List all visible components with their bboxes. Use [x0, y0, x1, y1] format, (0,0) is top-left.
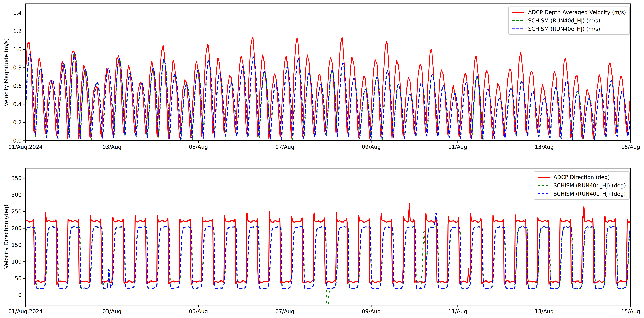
x-tick-label: 13/Aug — [534, 308, 554, 314]
legend-swatch — [537, 185, 550, 186]
legend-velocity-direction: ADCP Direction (deg) SCHISM (RUN40d_HJ) … — [534, 172, 630, 200]
x-tick-label: 11/Aug — [448, 308, 467, 314]
legend-label: ADCP Direction (deg) — [554, 174, 610, 180]
series-line-schism-run40e-direction — [26, 213, 630, 290]
y-tick-label: 1.2 — [13, 28, 22, 34]
x-tick-label: 05/Aug — [189, 144, 208, 150]
legend-swatch — [512, 28, 524, 30]
y-tick-label: 1.4 — [13, 10, 22, 16]
legend-item-adcp-direction: ADCP Direction (deg) — [537, 173, 626, 181]
legend-swatch — [512, 20, 524, 21]
series-line-schism-run40d-direction — [26, 227, 630, 304]
y-axis-label: Velocity Direction (deg) — [3, 205, 9, 269]
y-tick-label: 0.2 — [13, 119, 22, 126]
y-tick-label: 300 — [12, 192, 22, 198]
y-tick-label: 0.6 — [13, 83, 22, 89]
y-tick-label: 0 — [18, 292, 22, 298]
x-tick-label: 09/Aug — [362, 144, 381, 150]
x-tick-label: 07/Aug — [275, 308, 294, 314]
y-tick-label: 0.8 — [13, 65, 22, 71]
x-tick-label: 07/Aug — [275, 144, 294, 150]
legend-label: SCHISM (RUN40d_HJ) (m/s) — [528, 18, 600, 24]
x-tick-label: 05/Aug — [189, 308, 208, 314]
legend-item-run40d-velocity: SCHISM (RUN40d_HJ) (m/s) — [512, 17, 626, 25]
legend-swatch — [512, 12, 524, 13]
y-axis-label: Velocity Magnitude (m/s) — [3, 38, 9, 106]
legend-label: SCHISM (RUN40d_HJ) (deg) — [554, 182, 626, 189]
legend-item-run40e-direction: SCHISM (RUN40e_HJ) (deg) — [537, 190, 626, 198]
x-tick-label: 01/Aug,2024 — [8, 308, 42, 314]
x-tick-label: 01/Aug,2024 — [8, 144, 42, 150]
legend-swatch — [537, 176, 550, 178]
y-tick-label: 150 — [12, 242, 22, 248]
y-tick-label: 0.4 — [13, 101, 22, 107]
y-tick-label: 250 — [12, 208, 22, 215]
legend-item-run40e-velocity: SCHISM (RUN40e_HJ) (m/s) — [512, 25, 626, 33]
y-tick-label: 50 — [15, 275, 22, 281]
legend-item-run40d-direction: SCHISM (RUN40d_HJ) (deg) — [537, 181, 626, 190]
x-tick-label: 03/Aug — [102, 144, 122, 150]
legend-label: SCHISM (RUN40e_HJ) (deg) — [554, 191, 626, 197]
x-tick-label: 03/Aug — [102, 308, 122, 314]
figure: 0.00.20.40.60.81.01.21.401/Aug,202403/Au… — [0, 0, 644, 318]
x-tick-label: 13/Aug — [534, 144, 554, 150]
x-tick-label: 15/Aug — [621, 308, 640, 314]
x-tick-label: 11/Aug — [448, 144, 467, 150]
legend-label: SCHISM (RUN40e_HJ) (m/s) — [528, 26, 600, 32]
x-tick-label: 15/Aug — [621, 144, 640, 150]
y-tick-label: 0.0 — [13, 137, 22, 144]
y-tick-label: 1.0 — [13, 46, 22, 53]
legend-velocity-magnitude: ADCP Depth Averaged Velocity (m/s) SCHIS… — [508, 7, 630, 35]
series-line-adcp-direction — [26, 204, 630, 285]
y-tick-label: 200 — [12, 225, 22, 231]
x-tick-label: 09/Aug — [362, 308, 381, 314]
legend-label: ADCP Depth Averaged Velocity (m/s) — [528, 9, 626, 15]
legend-item-adcp-velocity: ADCP Depth Averaged Velocity (m/s) — [512, 8, 626, 17]
y-tick-label: 100 — [12, 259, 22, 265]
plots-svg: 0.00.20.40.60.81.01.21.401/Aug,202403/Au… — [0, 0, 644, 318]
legend-swatch — [537, 193, 550, 195]
y-tick-label: 350 — [12, 175, 22, 181]
